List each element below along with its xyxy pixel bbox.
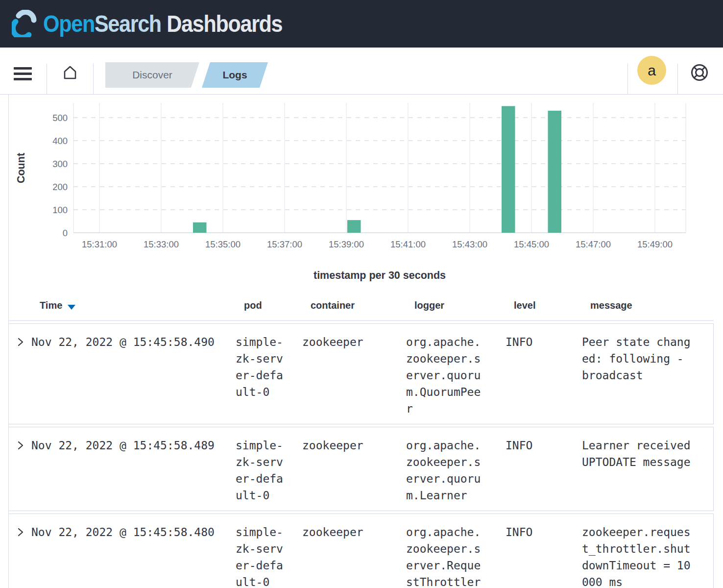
cell-logger: org.apache.zookeeper.server.quorum.Quoru… [406,334,482,417]
brand-search: Search [95,10,161,37]
histogram-bar[interactable] [548,111,562,233]
cell-container: zookeeper [302,334,366,350]
opensearch-dashboards-page: OpenSearchDashboards Discover Logs a [0,0,723,588]
navigation-bar: Discover Logs a [0,48,723,95]
table-row: Nov 22, 2022 @ 15:45:58.480 simple-zk-se… [8,514,714,588]
svg-text:300: 300 [52,159,68,169]
app-header: OpenSearchDashboards [0,0,723,48]
brand-title: OpenSearchDashboards [43,10,282,37]
divider [627,64,628,94]
documents-table: Time pod container logger level message … [8,292,714,588]
expand-row-button[interactable] [16,527,25,539]
cell-level: INFO [506,437,559,454]
svg-text:200: 200 [52,182,68,192]
cell-message: zookeeper.request_throttler.shutdownTime… [582,524,692,588]
svg-text:15:31:00: 15:31:00 [82,239,117,249]
column-header-level[interactable]: level [514,300,535,311]
svg-text:15:47:00: 15:47:00 [576,239,611,249]
column-header-logger[interactable]: logger [414,300,444,311]
cell-level: INFO [506,334,559,350]
table-body: Nov 22, 2022 @ 15:45:58.490 simple-zk-se… [8,323,714,588]
svg-text:15:35:00: 15:35:00 [205,239,241,249]
menu-button[interactable] [14,67,32,83]
cell-container: zookeeper [302,524,366,540]
home-icon [62,64,78,81]
expand-row-button[interactable] [16,440,25,452]
table-row: Nov 22, 2022 @ 15:45:58.490 simple-zk-se… [8,323,714,424]
column-header-time[interactable]: Time [40,300,75,311]
svg-text:500: 500 [52,113,68,123]
triangle-down-icon[interactable] [68,305,75,310]
brand-open: Open [43,10,95,37]
svg-text:15:37:00: 15:37:00 [267,239,302,249]
svg-text:15:33:00: 15:33:00 [144,239,179,249]
svg-text:15:45:00: 15:45:00 [514,239,549,249]
breadcrumb-discover[interactable]: Discover [105,62,199,88]
svg-text:15:39:00: 15:39:00 [329,239,364,249]
opensearch-logo[interactable]: OpenSearchDashboards [12,10,315,37]
histogram-chart[interactable]: 15:31:0015:33:0015:35:0015:37:0015:39:00… [8,95,715,290]
svg-text:15:49:00: 15:49:00 [637,239,673,249]
histogram-bar[interactable] [347,220,361,233]
chevron-right-icon [16,337,25,347]
cell-pod: simple-zk-server-default-0 [236,437,286,504]
cell-message: Peer state changed: following - broadcas… [582,334,692,384]
expand-row-button[interactable] [16,337,25,349]
divider [93,64,94,94]
column-header-message[interactable]: message [590,300,632,311]
svg-text:400: 400 [52,136,68,146]
column-header-container[interactable]: container [311,300,355,311]
histogram-bar[interactable] [193,222,207,233]
help-menu-button[interactable] [690,63,709,84]
breadcrumb: Discover Logs [105,62,268,88]
chevron-right-icon [16,440,25,451]
cell-time: Nov 22, 2022 @ 15:45:58.480 [31,524,222,540]
user-avatar[interactable]: a [637,56,666,85]
cell-level: INFO [506,524,559,540]
hamburger-icon [14,67,32,70]
svg-text:timestamp per 30 seconds: timestamp per 30 seconds [313,270,446,281]
svg-text:15:41:00: 15:41:00 [390,239,426,249]
cell-expand [8,524,31,588]
column-header-pod[interactable]: pod [244,300,262,311]
cell-logger: org.apache.zookeeper.server.quorum.Learn… [406,437,482,504]
cell-container: zookeeper [302,437,366,454]
svg-text:0: 0 [63,228,68,238]
cell-pod: simple-zk-server-default-0 [236,524,286,588]
svg-text:15:43:00: 15:43:00 [452,239,487,249]
chevron-right-icon [16,527,25,538]
cell-time: Nov 22, 2022 @ 15:45:58.490 [31,334,222,350]
cell-expand [8,437,31,504]
svg-text:100: 100 [52,205,68,215]
table-row: Nov 22, 2022 @ 15:45:58.489 simple-zk-se… [8,427,714,511]
divider [677,64,678,94]
column-header-time-label: Time [40,300,62,311]
table-header-row: Time pod container logger level message [8,292,714,321]
home-button[interactable] [62,64,78,82]
cell-time: Nov 22, 2022 @ 15:45:58.489 [31,437,222,454]
cell-message: Learner received UPTODATE message [582,437,692,470]
histogram-section: 15:31:0015:33:0015:35:0015:37:0015:39:00… [8,95,715,290]
opensearch-logo-icon [12,10,37,37]
histogram-bar[interactable] [502,106,515,233]
divider [47,64,47,94]
brand-dashboards: Dashboards [167,10,282,37]
lifebuoy-icon [690,63,709,82]
breadcrumb-logs[interactable]: Logs [202,62,268,88]
cell-pod: simple-zk-server-default-0 [236,334,286,400]
cell-expand [8,334,31,417]
cell-logger: org.apache.zookeeper.server.RequestThrot… [406,524,482,588]
y-axis-title: Count [15,153,27,183]
